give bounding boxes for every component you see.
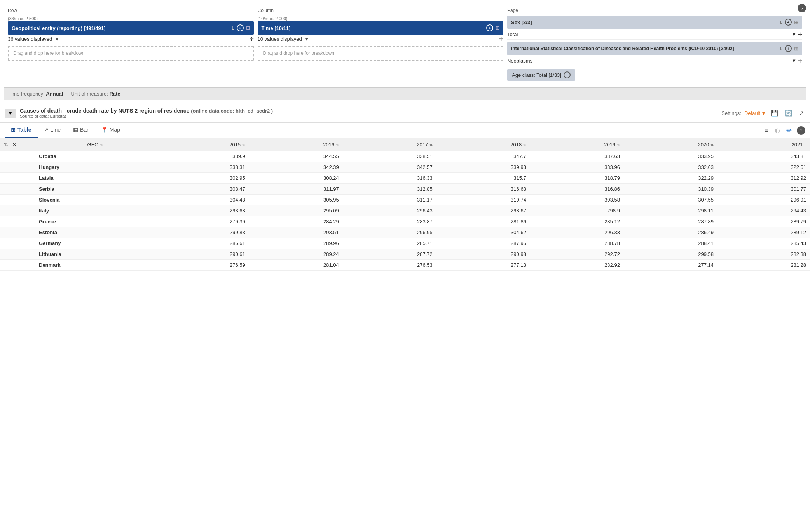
sort-2021: ↓ <box>804 143 806 147</box>
val-2018: 298.67 <box>436 205 530 216</box>
column-move-icon[interactable]: ✛ <box>499 36 503 42</box>
column-values-arrow[interactable]: ▼ <box>304 36 309 42</box>
col-2017[interactable]: 2017 ⇅ <box>343 138 436 151</box>
icd-select-row: Neoplasms ▼ ✛ <box>507 56 802 66</box>
row-header[interactable]: Geopolitical entity (reporting) [491/491… <box>8 21 254 35</box>
val-2019: 285.12 <box>530 216 624 227</box>
settings-default-dropdown[interactable]: Default ▼ <box>744 110 766 116</box>
val-2016: 342.39 <box>249 162 343 173</box>
row-grid-icon[interactable]: ⊞ <box>246 25 250 31</box>
settings-area: Settings: Default ▼ 💾 🔄 ↗ <box>721 108 805 118</box>
row-drag-drop[interactable]: Drag and drop here for breakdown <box>8 46 254 61</box>
sort-2017: ⇅ <box>429 143 433 147</box>
dataset-source: Source of data: Eurostat <box>20 114 717 118</box>
val-2021: 294.43 <box>717 205 810 216</box>
view-tabs: ⊞ Table ↗ Line ▦ Bar 📍 Map ≡ ◐ ✏ ? <box>0 123 810 138</box>
geo-sort-icon[interactable]: ⇅ <box>100 143 103 147</box>
val-2021: 289.79 <box>717 216 810 227</box>
val-2021: 281.28 <box>717 260 810 271</box>
row-move-icon[interactable]: ✛ <box>250 36 254 42</box>
icd-header[interactable]: International Statistical Classification… <box>507 42 802 55</box>
sex-header[interactable]: Sex [3/3] L + ⊞ <box>507 16 802 29</box>
tab-table[interactable]: ⊞ Table <box>5 123 38 138</box>
val-2019: 333.96 <box>530 162 624 173</box>
tab-map[interactable]: 📍 Map <box>95 123 126 138</box>
collapse-button[interactable]: ▼ <box>5 109 16 118</box>
tab-line[interactable]: ↗ Line <box>38 123 67 138</box>
val-2017: 338.51 <box>343 151 436 162</box>
row-drag-text: Drag and drop here for breakdown <box>13 50 84 56</box>
val-2015: 339.9 <box>155 151 249 162</box>
table-row: Estonia 299.83 293.51 296.95 304.62 296.… <box>0 227 810 238</box>
val-2020: 287.89 <box>624 216 717 227</box>
geo-header-text: GEO <box>87 142 99 148</box>
val-2016: 281.04 <box>249 260 343 271</box>
row-section: Row (36/max. 2 500) Geopolitical entity … <box>8 8 254 81</box>
page-section: Page Sex [3/3] L + ⊞ Total ▼ ✛ Internati… <box>507 8 802 81</box>
row-controls <box>0 184 35 195</box>
column-grid-icon[interactable]: ⊞ <box>496 25 499 31</box>
val-2016: 289.96 <box>249 238 343 249</box>
sex-dropdown-arrow[interactable]: ▼ <box>791 31 796 37</box>
val-2018: 281.86 <box>436 216 530 227</box>
val-2020: 333.95 <box>624 151 717 162</box>
column-drag-drop[interactable]: Drag and drop here for breakdown <box>258 46 504 61</box>
val-2019: 292.72 <box>530 249 624 260</box>
val-2015: 293.68 <box>155 205 249 216</box>
help-icon[interactable]: ? <box>798 4 806 12</box>
col-2015[interactable]: 2015 ⇅ <box>155 138 249 151</box>
sex-add-icon[interactable]: + <box>785 19 792 26</box>
eraser-icon-btn[interactable]: ◐ <box>773 125 782 136</box>
geo-cell: Greece <box>35 216 155 227</box>
tab-bar-label: Bar <box>80 127 89 133</box>
line-tab-icon: ↗ <box>44 127 49 133</box>
col-2018[interactable]: 2018 ⇅ <box>436 138 530 151</box>
val-2017: 312.85 <box>343 184 436 195</box>
refresh-button[interactable]: 🔄 <box>783 108 794 118</box>
column-header[interactable]: Time [10/11] + ⊞ <box>258 21 504 35</box>
help-table-icon-btn[interactable]: ? <box>797 126 805 135</box>
data-title-bar: ▼ Causes of death - crude death rate by … <box>0 104 810 123</box>
icd-add-icon[interactable]: + <box>785 45 792 52</box>
row-values-text: 36 values displayed <box>8 36 52 42</box>
col-2021[interactable]: 2021 ↓ <box>717 138 810 151</box>
row-values-row: 36 values displayed ▼ ✛ <box>8 35 254 43</box>
row-values-arrow[interactable]: ▼ <box>54 36 59 42</box>
geo-cell: Estonia <box>35 227 155 238</box>
row-add-icon[interactable]: + <box>237 24 244 31</box>
tab-line-label: Line <box>51 127 61 133</box>
val-2018: 315.7 <box>436 173 530 184</box>
edit-icon-btn[interactable]: ✏ <box>785 125 794 136</box>
geo-cell: Hungary <box>35 162 155 173</box>
sort-icon[interactable]: ⇅ <box>4 141 9 148</box>
val-2016: 308.24 <box>249 173 343 184</box>
col-2020[interactable]: 2020 ⇅ <box>624 138 717 151</box>
share-button[interactable]: ↗ <box>797 108 805 118</box>
save-button[interactable]: 💾 <box>769 108 780 118</box>
col-2016[interactable]: 2016 ⇅ <box>249 138 343 151</box>
sort-2020: ⇅ <box>710 143 714 147</box>
sex-select-row: Total ▼ ✛ <box>507 30 802 40</box>
dataset-title: Causes of death - crude death rate by NU… <box>20 108 717 114</box>
geo-cell: Slovenia <box>35 195 155 205</box>
time-freq-label: Time frequency: <box>9 91 45 97</box>
sex-move-icon[interactable]: ✛ <box>798 31 802 37</box>
icd-grid-icon[interactable]: ⊞ <box>794 46 798 52</box>
filter-icon-btn[interactable]: ≡ <box>763 125 770 136</box>
icd-move-icon[interactable]: ✛ <box>798 58 802 64</box>
val-2020: 310.39 <box>624 184 717 195</box>
sex-grid-icon[interactable]: ⊞ <box>794 19 798 25</box>
age-class-add-icon[interactable]: + <box>564 71 571 78</box>
col-2019[interactable]: 2019 ⇅ <box>530 138 624 151</box>
geo-cell: Lithuania <box>35 249 155 260</box>
sex-value: Total <box>507 31 790 37</box>
column-values-row: 10 values displayed ▼ ✛ <box>258 35 504 43</box>
cross-icon[interactable]: ✕ <box>12 142 17 148</box>
geo-cell: Croatia <box>35 151 155 162</box>
icd-dropdown-arrow[interactable]: ▼ <box>791 58 796 64</box>
column-add-icon[interactable]: + <box>486 24 493 31</box>
tab-bar[interactable]: ▦ Bar <box>67 123 95 138</box>
table-row: Latvia 302.95 308.24 316.33 315.7 318.79… <box>0 173 810 184</box>
val-2015: 308.47 <box>155 184 249 195</box>
footer-bar: Time frequency: Annual Unit of measure: … <box>4 87 806 100</box>
